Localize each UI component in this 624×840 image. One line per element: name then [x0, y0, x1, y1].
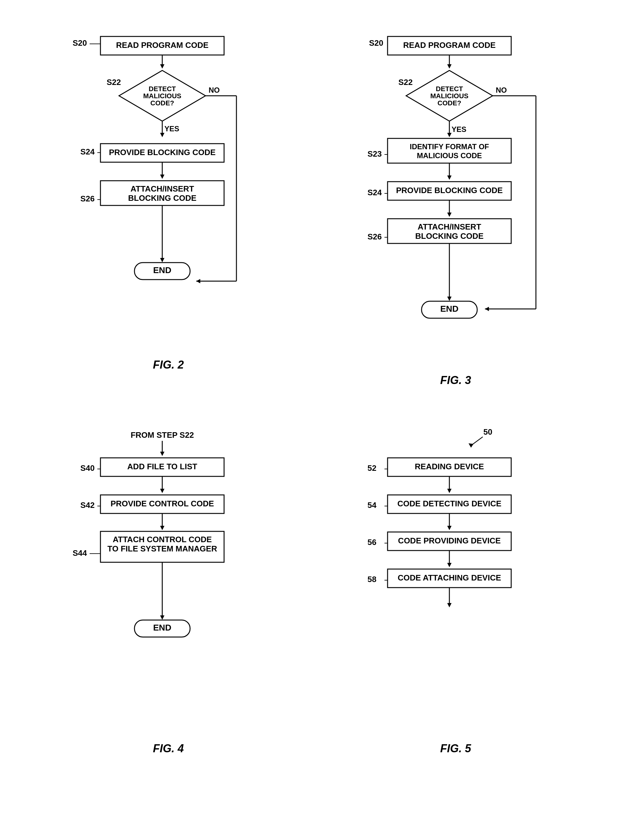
fig2-container: S20 READ PROGRAM CODE S22 DETECT MALICIO…: [25, 18, 312, 393]
fig2-s26-label: S26: [80, 194, 94, 203]
fig5-56-label: 56: [368, 538, 377, 547]
fig4-caption: FIG. 4: [153, 742, 184, 755]
fig4-s44-label: S44: [73, 549, 87, 558]
fig2-step2-text: PROVIDE BLOCKING CODE: [109, 148, 215, 157]
svg-marker-8: [160, 133, 164, 137]
fig3-step3-text: PROVIDE BLOCKING CODE: [396, 186, 503, 195]
fig4-step2-text: PROVIDE CONTROL CODE: [110, 499, 214, 508]
fig3-container: S20 READ PROGRAM CODE S22 DETECT MALICIO…: [312, 18, 599, 393]
fig3-step1-text: READ PROGRAM CODE: [403, 40, 496, 50]
fig3-step4-text2: BLOCKING CODE: [415, 231, 484, 240]
fig2-flowchart: S20 READ PROGRAM CODE S22 DETECT MALICIO…: [63, 25, 273, 349]
fig3-s24-label: S24: [368, 188, 382, 197]
svg-marker-2: [160, 64, 164, 69]
svg-marker-14: [160, 258, 164, 262]
page: S20 READ PROGRAM CODE S22 DETECT MALICIO…: [0, 0, 624, 840]
fig2-end-text: END: [153, 265, 171, 275]
svg-marker-47: [447, 489, 451, 493]
fig5-58-label: 58: [368, 575, 377, 584]
fig5-step3-text: CODE PROVIDING DEVICE: [398, 536, 501, 545]
fig5-step4-text: CODE ATTACHING DEVICE: [398, 573, 501, 583]
fig4-end-text: END: [153, 623, 171, 632]
fig3-diamond-text1: DETECT: [436, 85, 463, 92]
fig4-container: FROM STEP S22 S40 ADD FILE TO LIST S42: [25, 418, 312, 761]
svg-marker-36: [160, 489, 164, 493]
fig2-s24-label: S24: [80, 147, 95, 156]
fig2-caption: FIG. 2: [153, 358, 184, 371]
fig4-step3-text2: TO FILE SYSTEM MANAGER: [107, 544, 217, 553]
fig4-from-text: FROM STEP S22: [130, 430, 194, 439]
fig3-s20-label: S20: [369, 38, 383, 48]
svg-marker-53: [447, 563, 451, 567]
svg-marker-56: [447, 603, 451, 607]
fig2-s22-label: S22: [107, 77, 121, 87]
svg-marker-50: [447, 526, 451, 530]
fig3-s22-label: S22: [398, 77, 412, 87]
fig4-step1-text: ADD FILE TO LIST: [127, 462, 197, 471]
bottom-figures-row: FROM STEP S22 S40 ADD FILE TO LIST S42: [25, 418, 599, 761]
fig3-s26-label: S26: [368, 232, 382, 241]
fig5-caption: FIG. 5: [440, 742, 471, 755]
fig5-step2-text: CODE DETECTING DEVICE: [397, 499, 502, 508]
fig2-yes-label: YES: [164, 125, 179, 133]
fig2-diamond-text3: CODE?: [150, 99, 174, 107]
svg-marker-31: [447, 297, 451, 301]
svg-marker-6: [196, 279, 200, 283]
fig4-flowchart: FROM STEP S22 S40 ADD FILE TO LIST S42: [63, 424, 273, 733]
fig2-diamond-text1: DETECT: [149, 85, 176, 92]
svg-marker-25: [447, 176, 451, 180]
fig4-s40-label: S40: [80, 463, 94, 473]
fig3-step2-text1: IDENTIFY FORMAT OF: [410, 142, 489, 151]
fig2-step3-text1: ATTACH/INSERT: [130, 184, 194, 193]
fig3-flowchart: S20 READ PROGRAM CODE S22 DETECT MALICIO…: [351, 25, 561, 365]
fig2-s20-label: S20: [73, 38, 87, 48]
svg-marker-42: [160, 615, 164, 620]
svg-marker-44: [468, 443, 474, 448]
fig2-step1-text: READ PROGRAM CODE: [116, 40, 208, 50]
top-figures-row: S20 READ PROGRAM CODE S22 DETECT MALICIO…: [25, 18, 599, 393]
fig5-step1-text: READING DEVICE: [415, 462, 484, 471]
fig3-end-text: END: [440, 304, 459, 314]
fig2-no-label: NO: [209, 86, 220, 94]
fig3-step4-text1: ATTACH/INSERT: [417, 222, 481, 231]
svg-marker-33: [160, 452, 164, 456]
svg-marker-28: [447, 213, 451, 217]
fig3-caption: FIG. 3: [440, 374, 471, 387]
fig3-diamond-text3: CODE?: [438, 99, 462, 107]
svg-marker-20: [485, 307, 489, 311]
fig5-54-label: 54: [368, 501, 377, 510]
fig5-container: 50 52 READING DEVICE 54 CODE DETECTIN: [312, 418, 599, 761]
fig3-step2-text2: MALICIOUS CODE: [417, 151, 482, 160]
fig2-step3-text2: BLOCKING CODE: [128, 193, 196, 203]
svg-marker-39: [160, 526, 164, 530]
fig5-50-label: 50: [483, 427, 492, 436]
fig5-52-label: 52: [368, 463, 377, 473]
svg-marker-22: [447, 133, 451, 137]
fig3-no-label: NO: [496, 86, 507, 94]
fig2-diamond-text2: MALICIOUS: [143, 92, 181, 100]
svg-marker-11: [160, 174, 164, 179]
fig3-s23-label: S23: [368, 149, 382, 159]
fig4-s42-label: S42: [80, 501, 94, 510]
fig3-diamond-text2: MALICIOUS: [431, 92, 468, 100]
svg-marker-16: [447, 64, 451, 69]
fig5-flowchart: 50 52 READING DEVICE 54 CODE DETECTIN: [351, 424, 561, 733]
fig4-step3-text1: ATTACH CONTROL CODE: [113, 535, 212, 544]
fig3-yes-label: YES: [451, 125, 466, 134]
